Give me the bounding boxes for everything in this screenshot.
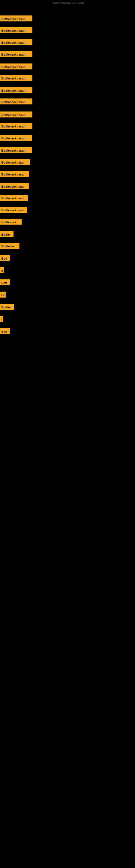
bottleneck-badge: Bott bbox=[0, 279, 10, 285]
bottleneck-badge: Bottleneck result bbox=[0, 112, 32, 118]
bottleneck-badge: Bottler bbox=[0, 304, 14, 310]
bottleneck-badge: | bbox=[0, 316, 3, 322]
bottleneck-badge: B bbox=[0, 267, 4, 273]
bottleneck-badge: Bo bbox=[0, 291, 6, 298]
bottleneck-badge: Bottleneck result bbox=[0, 27, 32, 33]
bottleneck-badge: Bottleneck result bbox=[0, 135, 32, 141]
bottleneck-badge: Bottleneck result bbox=[0, 16, 32, 22]
bottleneck-badge: Bottleneck result bbox=[0, 63, 32, 69]
bottleneck-badge: Bottleneck resu bbox=[0, 159, 30, 165]
bottleneck-badge: Bottleneck resu bbox=[0, 195, 28, 201]
bottleneck-badge: Bottleneck result bbox=[0, 75, 32, 81]
site-title: TheBottlenecker.com bbox=[0, 1, 135, 5]
bottleneck-badge: Bott bbox=[0, 328, 10, 334]
bottleneck-badge: Bottleneck result bbox=[0, 51, 32, 57]
bottleneck-badge: Bottle bbox=[0, 231, 13, 237]
bottleneck-badge: Bottleneck result bbox=[0, 147, 32, 153]
bottleneck-badge: Bottleneck resu bbox=[0, 171, 29, 177]
bottleneck-badge: Bottleneck result bbox=[0, 98, 32, 104]
bottleneck-badge: Bottlenec bbox=[0, 243, 19, 249]
bottleneck-badge: Bottleneck result bbox=[0, 87, 32, 93]
bottleneck-badge: Bottleneck result bbox=[0, 123, 32, 129]
bottleneck-badge: Bott bbox=[0, 255, 10, 261]
bottleneck-badge: Bottleneck resu bbox=[0, 207, 27, 213]
bottleneck-badge: Bottleneck result bbox=[0, 39, 32, 45]
bottleneck-badge: Bottleneck resu bbox=[0, 183, 29, 189]
bottleneck-badge: Bottleneck bbox=[0, 219, 21, 225]
